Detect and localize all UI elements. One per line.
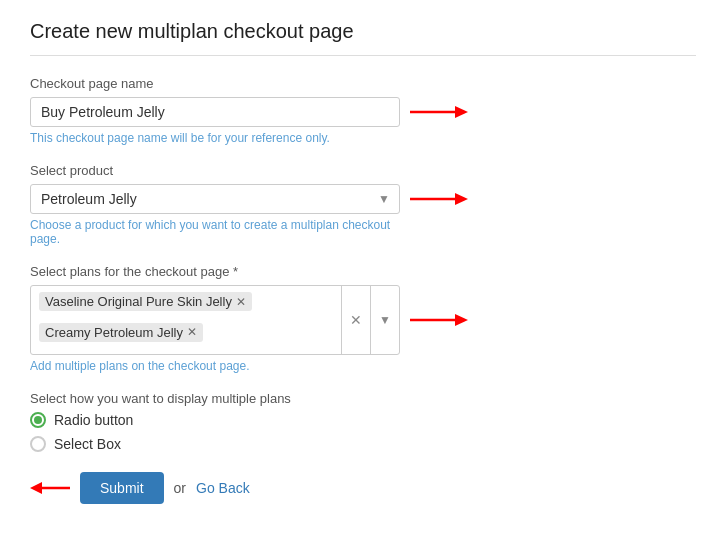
select-box-label: Select Box — [54, 436, 121, 452]
svg-marker-3 — [455, 193, 468, 205]
product-select[interactable]: Petroleum Jelly — [30, 184, 400, 214]
select-product-label: Select product — [30, 163, 696, 178]
svg-marker-1 — [455, 106, 468, 118]
radio-option-radio-button[interactable]: Radio button — [30, 412, 696, 428]
checkout-name-group: Checkout page name This checkout page na… — [30, 76, 696, 145]
select-product-hint: Choose a product for which you want to c… — [30, 218, 696, 246]
plan-tag-2-remove[interactable]: ✕ — [187, 326, 197, 338]
multiselect-dropdown-button[interactable]: ▼ — [371, 286, 399, 354]
display-options-group: Select how you want to display multiple … — [30, 391, 696, 452]
checkout-name-input[interactable] — [30, 97, 400, 127]
product-select-wrapper: Petroleum Jelly ▼ — [30, 184, 400, 214]
select-box-indicator — [30, 436, 46, 452]
go-back-link[interactable]: Go Back — [196, 480, 250, 496]
select-plans-hint: Add multiple plans on the checkout page. — [30, 359, 696, 373]
select-plans-group: Select plans for the checkout page * Vas… — [30, 264, 696, 373]
plan-tag-2-label: Creamy Petroleum Jelly — [45, 325, 183, 340]
arrow-right-icon-2 — [410, 189, 470, 209]
multiselect-clear-button[interactable]: ✕ — [342, 286, 371, 354]
footer: Submit or Go Back — [30, 472, 696, 504]
checkout-name-hint: This checkout page name will be for your… — [30, 131, 696, 145]
radio-group: Radio button Select Box — [30, 412, 696, 452]
plan-tag-1: Vaseline Original Pure Skin Jelly ✕ — [39, 292, 252, 311]
page-title: Create new multiplan checkout page — [30, 20, 696, 56]
or-label: or — [174, 480, 186, 496]
arrow-right-icon-3 — [410, 310, 470, 330]
radio-option-select-box[interactable]: Select Box — [30, 436, 696, 452]
radio-button-indicator — [30, 412, 46, 428]
select-plans-label: Select plans for the checkout page * — [30, 264, 696, 279]
select-product-group: Select product Petroleum Jelly ▼ Choose … — [30, 163, 696, 246]
radio-button-label: Radio button — [54, 412, 133, 428]
arrow-right-icon-1 — [410, 102, 470, 122]
display-options-label: Select how you want to display multiple … — [30, 391, 696, 406]
svg-marker-5 — [455, 314, 468, 326]
radio-dot — [34, 416, 42, 424]
submit-button[interactable]: Submit — [80, 472, 164, 504]
multiselect-controls: ✕ ▼ — [341, 286, 399, 354]
plan-tag-1-label: Vaseline Original Pure Skin Jelly — [45, 294, 232, 309]
plan-tag-1-remove[interactable]: ✕ — [236, 296, 246, 308]
arrow-left-submit-icon — [30, 478, 70, 498]
svg-marker-7 — [30, 482, 42, 494]
checkout-name-label: Checkout page name — [30, 76, 696, 91]
plans-multiselect[interactable]: Vaseline Original Pure Skin Jelly ✕ Crea… — [30, 285, 400, 355]
plan-tag-2: Creamy Petroleum Jelly ✕ — [39, 323, 203, 342]
